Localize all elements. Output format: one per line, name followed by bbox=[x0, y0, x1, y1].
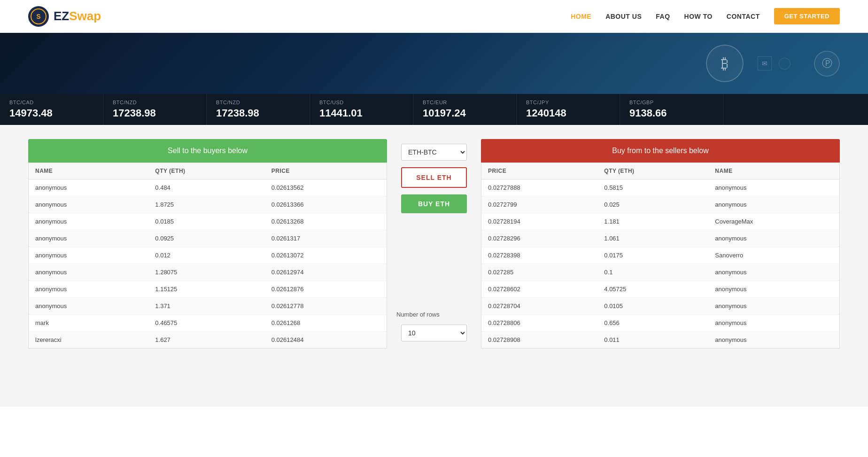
sell-table-row[interactable]: anonymous 0.484 0.02613562 bbox=[29, 179, 387, 196]
sell-row-qty: 0.012 bbox=[148, 247, 264, 264]
ticker-bar: BTC/CAD 14973.48 BTC/NZD 17238.98 BTC/NZ… bbox=[0, 94, 868, 125]
hero-banner: ₿ ✉ Ⓟ bbox=[0, 33, 868, 94]
sell-row-price: 0.02612484 bbox=[265, 332, 387, 349]
buy-row-price: 0.02728704 bbox=[481, 298, 597, 315]
buy-row-qty: 4.05725 bbox=[597, 281, 708, 298]
buy-row-qty: 1.181 bbox=[597, 213, 708, 230]
main-nav: HOME ABOUT US FAQ HOW TO CONTACT GET STA… bbox=[571, 8, 840, 24]
sell-table-row[interactable]: anonymous 0.012 0.02613072 bbox=[29, 247, 387, 264]
nav-about[interactable]: ABOUT US bbox=[605, 13, 642, 20]
svg-text:S: S bbox=[36, 13, 40, 20]
sell-row-price: 0.02612778 bbox=[265, 298, 387, 315]
buy-panel: Buy from to the sellers below PRICE QTY … bbox=[481, 139, 840, 349]
ticker-btcusd: BTC/USD 11441.01 bbox=[310, 94, 413, 125]
sell-table-row[interactable]: anonymous 1.371 0.02612778 bbox=[29, 298, 387, 315]
sell-table-row[interactable]: lzereracxi 1.627 0.02612484 bbox=[29, 332, 387, 349]
ticker-btcnzd1: BTC/NZD 17238.98 bbox=[103, 94, 207, 125]
sell-table-row[interactable]: anonymous 0.0925 0.0261317 bbox=[29, 230, 387, 247]
ticker-btcnzd2: BTC/NZD 17238.98 bbox=[207, 94, 310, 125]
buy-row-name: CoverageMax bbox=[708, 213, 839, 230]
sell-table-row[interactable]: anonymous 1.28075 0.02612974 bbox=[29, 264, 387, 281]
nav-faq[interactable]: FAQ bbox=[656, 13, 670, 20]
buy-col-name: NAME bbox=[708, 163, 839, 179]
sell-table-row[interactable]: mark 0.46575 0.0261268 bbox=[29, 315, 387, 332]
sell-row-qty: 0.46575 bbox=[148, 315, 264, 332]
buy-table-row[interactable]: 0.027285 0.1 anonymous bbox=[481, 264, 839, 281]
buy-table-row[interactable]: 0.0272799 0.025 anonymous bbox=[481, 196, 839, 213]
buy-row-name: anonymous bbox=[708, 298, 839, 315]
sell-panel: Sell to the buyers below NAME QTY (ETH) … bbox=[28, 139, 387, 349]
sell-table-row[interactable]: anonymous 1.8725 0.02613366 bbox=[29, 196, 387, 213]
buy-panel-header: Buy from to the sellers below bbox=[481, 139, 840, 163]
hero-decorations: ₿ ✉ Ⓟ bbox=[0, 33, 868, 94]
sell-eth-button[interactable]: SELL ETH bbox=[401, 167, 467, 188]
nav-howto[interactable]: HOW TO bbox=[684, 13, 713, 20]
buy-row-qty: 1.061 bbox=[597, 230, 708, 247]
buy-table-row[interactable]: 0.02728602 4.05725 anonymous bbox=[481, 281, 839, 298]
buy-table-row[interactable]: 0.02727888 0.5815 anonymous bbox=[481, 179, 839, 196]
sell-row-qty: 1.371 bbox=[148, 298, 264, 315]
trading-layout: Sell to the buyers below NAME QTY (ETH) … bbox=[28, 139, 840, 349]
buy-row-name: anonymous bbox=[708, 230, 839, 247]
rows-select[interactable]: 10 5 25 50 bbox=[401, 325, 467, 341]
sell-row-name: anonymous bbox=[29, 247, 148, 264]
sell-row-price: 0.0261317 bbox=[265, 230, 387, 247]
nav-home[interactable]: HOME bbox=[571, 13, 591, 20]
sell-row-qty: 1.8725 bbox=[148, 196, 264, 213]
buy-table-row[interactable]: 0.02728296 1.061 anonymous bbox=[481, 230, 839, 247]
ticker-btccad: BTC/CAD 14973.48 bbox=[0, 94, 103, 125]
sell-row-price: 0.02613562 bbox=[265, 179, 387, 196]
buy-row-price: 0.02728602 bbox=[481, 281, 597, 298]
sell-row-name: anonymous bbox=[29, 196, 148, 213]
center-panel: ETH-BTC ETH-USD ETH-EUR SELL ETH BUY ETH… bbox=[396, 139, 472, 341]
buy-row-price: 0.02728806 bbox=[481, 315, 597, 332]
buy-col-price: PRICE bbox=[481, 163, 597, 179]
sell-row-qty: 1.627 bbox=[148, 332, 264, 349]
get-started-button[interactable]: GET STARTED bbox=[774, 8, 840, 24]
buy-row-price: 0.0272799 bbox=[481, 196, 597, 213]
sell-row-qty: 1.28075 bbox=[148, 264, 264, 281]
sell-row-name: anonymous bbox=[29, 179, 148, 196]
header: S EZSwap HOME ABOUT US FAQ HOW TO CONTAC… bbox=[0, 0, 868, 33]
buy-table-row[interactable]: 0.02728806 0.656 anonymous bbox=[481, 315, 839, 332]
buy-row-qty: 0.025 bbox=[597, 196, 708, 213]
ticker-btceur: BTC/EUR 10197.24 bbox=[413, 94, 517, 125]
buy-row-price: 0.027285 bbox=[481, 264, 597, 281]
ticker-btcgbp: BTC/GBP 9138.66 bbox=[620, 94, 723, 125]
sell-table-row[interactable]: anonymous 1.15125 0.02612876 bbox=[29, 281, 387, 298]
sell-col-qty: QTY (ETH) bbox=[148, 163, 264, 179]
sell-row-price: 0.0261268 bbox=[265, 315, 387, 332]
sell-row-qty: 0.0185 bbox=[148, 213, 264, 230]
sell-row-price: 0.02613366 bbox=[265, 196, 387, 213]
buy-col-qty: QTY (ETH) bbox=[597, 163, 708, 179]
buy-row-price: 0.02728194 bbox=[481, 213, 597, 230]
logo: S EZSwap bbox=[28, 6, 101, 27]
buy-row-name: anonymous bbox=[708, 179, 839, 196]
sell-panel-header: Sell to the buyers below bbox=[28, 139, 387, 163]
buy-table-row[interactable]: 0.02728908 0.011 anonymous bbox=[481, 332, 839, 349]
sell-col-name: NAME bbox=[29, 163, 148, 179]
sell-row-qty: 0.0925 bbox=[148, 230, 264, 247]
buy-row-name: anonymous bbox=[708, 315, 839, 332]
buy-table-row[interactable]: 0.02728398 0.0175 Sanoverro bbox=[481, 247, 839, 264]
buy-table-container: PRICE QTY (ETH) NAME 0.02727888 0.5815 a… bbox=[481, 163, 840, 349]
pair-select[interactable]: ETH-BTC ETH-USD ETH-EUR bbox=[401, 144, 467, 161]
sell-row-name: anonymous bbox=[29, 298, 148, 315]
buy-table-row[interactable]: 0.02728704 0.0105 anonymous bbox=[481, 298, 839, 315]
sell-table-row[interactable]: anonymous 0.0185 0.02613268 bbox=[29, 213, 387, 230]
sell-row-price: 0.02612876 bbox=[265, 281, 387, 298]
sell-row-name: anonymous bbox=[29, 230, 148, 247]
sell-col-price: PRICE bbox=[265, 163, 387, 179]
buy-row-qty: 0.1 bbox=[597, 264, 708, 281]
sell-table-container: NAME QTY (ETH) PRICE anonymous 0.484 0.0… bbox=[28, 163, 387, 349]
buy-row-qty: 0.011 bbox=[597, 332, 708, 349]
nav-contact[interactable]: CONTACT bbox=[727, 13, 760, 20]
sell-table: NAME QTY (ETH) PRICE anonymous 0.484 0.0… bbox=[29, 163, 387, 348]
buy-row-price: 0.02728398 bbox=[481, 247, 597, 264]
sell-row-name: mark bbox=[29, 315, 148, 332]
buy-row-price: 0.02728296 bbox=[481, 230, 597, 247]
buy-table-row[interactable]: 0.02728194 1.181 CoverageMax bbox=[481, 213, 839, 230]
ticker-btcjpy: BTC/JPY 1240148 bbox=[517, 94, 620, 125]
buy-eth-button[interactable]: BUY ETH bbox=[401, 194, 467, 213]
main-content: Sell to the buyers below NAME QTY (ETH) … bbox=[0, 125, 868, 407]
